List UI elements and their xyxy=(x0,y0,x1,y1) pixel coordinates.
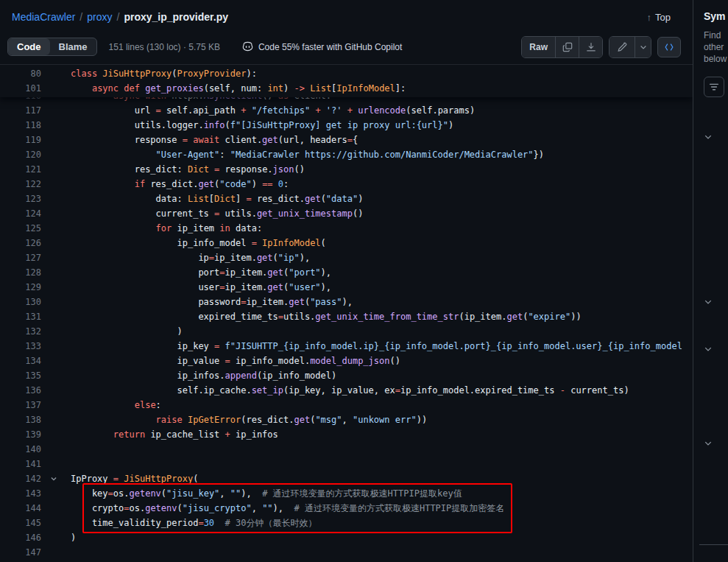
code-text: port=ip_item.get("port"), xyxy=(71,265,693,280)
line-number[interactable]: 125 xyxy=(0,221,41,236)
top-button-label: Top xyxy=(655,12,671,23)
line-number[interactable]: 130 xyxy=(0,295,41,309)
line-number[interactable]: 123 xyxy=(0,192,41,206)
line-number[interactable]: 145 xyxy=(0,516,41,530)
download-icon xyxy=(586,42,596,52)
line-number[interactable]: 128 xyxy=(0,265,41,280)
code-text: crypto=os.getenv("jisu_crypto", ""), # 通… xyxy=(71,501,693,516)
line-number[interactable]: 118 xyxy=(0,118,41,133)
line-number[interactable]: 136 xyxy=(0,383,41,398)
line-number[interactable]: 133 xyxy=(0,339,41,354)
line-number[interactable]: 143 xyxy=(0,486,41,501)
code-line: 121 res_dict: Dict = response.json() xyxy=(0,162,693,177)
symbols-panel-title: Sym xyxy=(704,10,728,22)
code-text: res_dict: Dict = response.json() xyxy=(71,162,693,177)
tab-code[interactable]: Code xyxy=(8,38,50,55)
gutter xyxy=(41,516,71,530)
line-number[interactable]: 124 xyxy=(0,206,41,221)
copilot-icon xyxy=(242,41,253,52)
line-number[interactable]: 127 xyxy=(0,250,41,265)
edit-button[interactable] xyxy=(609,37,635,57)
gutter xyxy=(41,280,71,295)
code-line: 147 xyxy=(0,545,693,560)
code-text: ) xyxy=(71,324,693,339)
line-number[interactable]: 120 xyxy=(0,147,41,162)
code-text: ip_infos.append(ip_info_model) xyxy=(71,368,693,383)
edit-dropdown-button[interactable] xyxy=(635,37,651,57)
line-number[interactable]: 80 xyxy=(0,66,41,81)
code-line: 134 ip_value = ip_info_model.model_dump_… xyxy=(0,354,693,368)
line-number[interactable]: 142 xyxy=(0,471,41,486)
fold-chevron-icon[interactable] xyxy=(41,471,71,486)
arrow-up-icon: ↑ xyxy=(647,12,652,23)
copy-button[interactable] xyxy=(555,37,579,57)
code-line: 129 user=ip_item.get("user"), xyxy=(0,280,693,295)
code-line: 123 data: List[Dict] = res_dict.get("dat… xyxy=(0,192,693,206)
line-number[interactable]: 116 xyxy=(0,97,41,103)
code-text: else: xyxy=(71,398,693,412)
code-text: ip_key = f"JISUHTTP_{ip_info_model.ip}_{… xyxy=(71,339,693,354)
line-number[interactable]: 138 xyxy=(0,412,41,427)
line-number[interactable]: 131 xyxy=(0,309,41,324)
chevron-down-icon xyxy=(639,43,648,52)
code-line: 124 current_ts = utils.get_unix_timestam… xyxy=(0,206,693,221)
gutter xyxy=(41,66,71,81)
main-area: MediaCrawler / proxy / proxy_ip_provider… xyxy=(0,0,693,562)
line-number[interactable]: 122 xyxy=(0,177,41,192)
code-line: 140 xyxy=(0,442,693,457)
line-number[interactable]: 141 xyxy=(0,457,41,471)
breadcrumb-repo-link[interactable]: MediaCrawler xyxy=(12,11,75,23)
code-text: async with httpx.AsyncClient() as client… xyxy=(71,97,693,103)
gutter xyxy=(41,206,71,221)
symbols-desc-line: other xyxy=(704,41,728,53)
breadcrumb-separator: / xyxy=(79,11,82,23)
code-line: 126 ip_info_model = IpInfoModel( xyxy=(0,236,693,250)
symbols-desc-line: below xyxy=(704,53,728,65)
line-number[interactable]: 119 xyxy=(0,133,41,147)
filter-button[interactable] xyxy=(704,77,724,97)
scroll-to-top-button[interactable]: ↑ Top xyxy=(647,12,671,23)
chevron-down-icon[interactable] xyxy=(704,439,713,448)
line-number[interactable]: 137 xyxy=(0,398,41,412)
code-viewer[interactable]: 116 async with httpx.AsyncClient() as cl… xyxy=(0,65,693,562)
line-number[interactable]: 132 xyxy=(0,324,41,339)
code-text: time_validity_period=30 # 30分钟（最长时效） xyxy=(71,516,693,530)
code-line: 135 ip_infos.append(ip_info_model) xyxy=(0,368,693,383)
raw-button[interactable]: Raw xyxy=(522,37,555,57)
gutter xyxy=(41,486,71,501)
gutter xyxy=(41,442,71,457)
breadcrumb-separator: / xyxy=(116,11,119,23)
code-lines: 117 url = self.api_path + "/fetchips" + … xyxy=(0,103,693,560)
code-line: 128 port=ip_item.get("port"), xyxy=(0,265,693,280)
raw-actions-group: Raw xyxy=(521,36,603,58)
chevron-down-icon[interactable] xyxy=(704,298,713,306)
symbols-panel-toggle-button[interactable] xyxy=(657,37,681,57)
breadcrumb-folder-link[interactable]: proxy xyxy=(87,11,112,23)
line-number[interactable]: 135 xyxy=(0,368,41,383)
chevron-down-icon[interactable] xyxy=(704,133,713,141)
copilot-banner[interactable]: Code 55% faster with GitHub Copilot xyxy=(242,41,402,52)
download-button[interactable] xyxy=(579,37,602,57)
gutter xyxy=(41,192,71,206)
line-number[interactable]: 139 xyxy=(0,427,41,442)
tab-blame[interactable]: Blame xyxy=(50,38,96,55)
edit-group xyxy=(609,36,651,58)
code-line: 116 async with httpx.AsyncClient() as cl… xyxy=(0,97,693,103)
code-text xyxy=(71,442,693,457)
code-text: if res_dict.get("code") == 0: xyxy=(71,177,693,192)
chevron-down-icon[interactable] xyxy=(704,345,713,354)
line-number[interactable]: 146 xyxy=(0,530,41,545)
line-number[interactable]: 121 xyxy=(0,162,41,177)
line-number[interactable]: 144 xyxy=(0,501,41,516)
line-number[interactable]: 147 xyxy=(0,545,41,560)
code-text: async def get_proxies(self, num: int) ->… xyxy=(71,81,693,96)
code-text: raise IpGetError(res_dict.get("msg", "un… xyxy=(71,412,693,427)
line-number[interactable]: 126 xyxy=(0,236,41,250)
line-number[interactable]: 134 xyxy=(0,354,41,368)
line-number[interactable]: 140 xyxy=(0,442,41,457)
code-text xyxy=(71,457,693,471)
code-text: ip_value = ip_info_model.model_dump_json… xyxy=(71,354,693,368)
line-number[interactable]: 129 xyxy=(0,280,41,295)
line-number[interactable]: 101 xyxy=(0,81,41,96)
line-number[interactable]: 117 xyxy=(0,103,41,118)
